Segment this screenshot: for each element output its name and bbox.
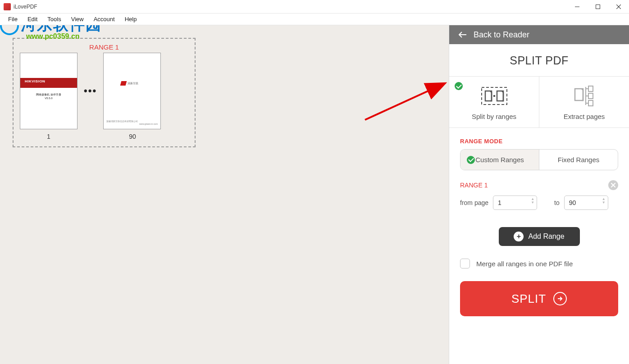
- range-1-label: RANGE 1: [460, 182, 488, 189]
- split-button[interactable]: SPLIT: [460, 281, 618, 316]
- page-thumbnail-from[interactable]: 网络摄像机 操作手册V5.5.0: [20, 53, 77, 129]
- spinner-icon[interactable]: ▲▼: [531, 197, 534, 205]
- split-ranges-icon: [449, 85, 539, 107]
- svg-rect-11: [575, 89, 583, 100]
- svg-rect-8: [485, 91, 492, 101]
- menu-help[interactable]: Help: [120, 14, 141, 24]
- page-thumbnail-to[interactable]: 清新互联 安徽清新互联信息科技有限公司www.great-cn.com: [103, 53, 161, 129]
- menu-tools[interactable]: Tools: [43, 14, 65, 24]
- spinner-icon[interactable]: ▲▼: [602, 197, 606, 205]
- fixed-ranges-option[interactable]: Fixed Ranges: [539, 150, 618, 170]
- menu-file[interactable]: File: [4, 14, 22, 24]
- add-range-label: Add Range: [528, 232, 564, 241]
- page-thumb-footer: 安徽清新互联信息科技有限公司www.great-cn.com: [106, 120, 158, 125]
- window-title: iLovePDF: [14, 4, 37, 10]
- page-thumb-text: 网络摄像机 操作手册V5.5.0: [26, 93, 72, 100]
- watermark-logo-icon: [0, 25, 19, 35]
- add-range-button[interactable]: + Add Range: [499, 227, 580, 246]
- page-number-row: 1 90: [20, 133, 188, 140]
- page-number-from: 1: [20, 133, 77, 140]
- merge-ranges-row: Merge all ranges in one PDF file: [449, 246, 629, 268]
- svg-rect-13: [588, 86, 593, 91]
- split-button-label: SPLIT: [511, 292, 546, 306]
- sidebar: Back to Reader SPLIT PDF Split by ranges: [449, 25, 629, 364]
- menu-edit[interactable]: Edit: [23, 14, 42, 24]
- back-to-reader-button[interactable]: Back to Reader: [449, 25, 629, 44]
- page-thumb-logo-icon: 清新互联: [121, 80, 143, 86]
- svg-rect-15: [588, 100, 593, 106]
- tab-extract-pages-label: Extract pages: [539, 113, 629, 120]
- minimize-button[interactable]: [567, 0, 588, 14]
- watermark-text: 河东软件园: [0, 25, 102, 35]
- check-icon: [455, 82, 463, 90]
- preview-area: 河东软件园 www.pc0359.cn RANGE 1 网络摄像机 操作手册V5…: [0, 25, 449, 364]
- sidebar-title: SPLIT PDF: [449, 44, 629, 76]
- tab-extract-pages[interactable]: Extract pages: [539, 77, 629, 127]
- menubar: File Edit Tools View Account Help: [0, 14, 629, 25]
- to-label: to: [554, 199, 560, 206]
- svg-rect-9: [497, 91, 503, 101]
- annotation-arrow-1: [360, 79, 449, 124]
- range-card-title: RANGE 1: [20, 43, 188, 51]
- merge-ranges-checkbox[interactable]: [460, 259, 470, 268]
- back-to-reader-label: Back to Reader: [474, 30, 529, 40]
- watermark-text-label: 河东软件园: [21, 25, 102, 33]
- merge-ranges-label: Merge all ranges in one PDF file: [476, 260, 573, 268]
- range-mode-heading: RANGE MODE: [449, 128, 629, 149]
- range-1-inputs: from page ▲▼ to ▲▼: [449, 193, 629, 210]
- split-mode-tabs: Split by ranges Extra: [449, 76, 629, 128]
- titlebar: iLovePDF: [0, 0, 629, 14]
- delete-range-button[interactable]: [608, 180, 618, 190]
- content: 河东软件园 www.pc0359.cn RANGE 1 网络摄像机 操作手册V5…: [0, 25, 629, 364]
- page-number-to: 90: [104, 133, 161, 140]
- back-arrow-icon: [458, 31, 467, 38]
- range-mode-toggle: Custom Ranges Fixed Ranges: [460, 149, 618, 170]
- svg-rect-14: [588, 93, 593, 99]
- range-1-header: RANGE 1: [449, 170, 629, 193]
- svg-rect-10: [493, 95, 495, 97]
- range-card: RANGE 1 网络摄像机 操作手册V5.5.0 ••• 清新互联 安徽清新互联…: [13, 38, 196, 147]
- arrow-right-circle-icon: [553, 292, 567, 305]
- page-number-spacer: [84, 133, 97, 140]
- fixed-ranges-label: Fixed Ranges: [558, 156, 600, 164]
- ellipsis-icon: •••: [84, 85, 97, 97]
- from-page-label: from page: [460, 199, 488, 206]
- app-icon: [4, 3, 11, 10]
- close-button[interactable]: [608, 0, 629, 14]
- plus-icon: +: [514, 232, 524, 241]
- svg-line-4: [365, 84, 444, 120]
- tab-split-by-ranges[interactable]: Split by ranges: [449, 77, 539, 127]
- extract-pages-icon: [539, 85, 629, 107]
- menu-account[interactable]: Account: [89, 14, 119, 24]
- tab-split-by-ranges-label: Split by ranges: [449, 113, 539, 120]
- titlebar-left: iLovePDF: [4, 3, 37, 10]
- custom-ranges-label: Custom Ranges: [475, 156, 524, 164]
- window-controls: [567, 0, 629, 14]
- menu-view[interactable]: View: [67, 14, 88, 24]
- svg-rect-1: [596, 5, 600, 9]
- check-icon: [467, 156, 475, 164]
- custom-ranges-option[interactable]: Custom Ranges: [460, 150, 539, 170]
- maximize-button[interactable]: [588, 0, 608, 14]
- range-pages: 网络摄像机 操作手册V5.5.0 ••• 清新互联 安徽清新互联信息科技有限公司…: [20, 53, 188, 129]
